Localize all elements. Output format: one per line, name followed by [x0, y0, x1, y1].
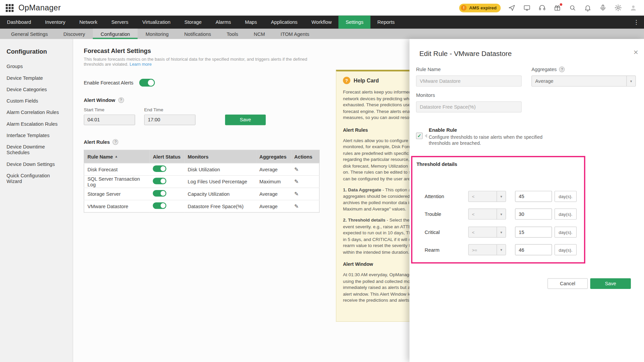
edit-icon[interactable]: ✎	[294, 203, 299, 209]
monitors-input[interactable]	[416, 101, 522, 112]
sidebar-item-interface-templates[interactable]: Interface Templates	[0, 130, 73, 141]
nav-item-virtualization[interactable]: Virtualization	[135, 16, 177, 29]
chevron-down-icon: ▾	[496, 245, 505, 255]
rule-status-toggle[interactable]	[153, 202, 166, 209]
nav-item-servers[interactable]: Servers	[104, 16, 135, 29]
enable-rule-checkbox[interactable]: ✓	[416, 133, 423, 139]
pointer-arrow-icon	[425, 134, 427, 138]
sidebar-item-alarm-escalation-rules[interactable]: Alarm Escalation Rules	[0, 118, 73, 130]
trouble-value-input[interactable]	[515, 208, 552, 220]
trouble-operator-dropdown[interactable]: < ▾	[468, 208, 506, 220]
launch-icon[interactable]	[507, 4, 516, 12]
sidebar-item-device-downtime-schedules[interactable]: Device Downtime Schedules	[0, 141, 73, 158]
subnav-notifications[interactable]: Notifications	[176, 29, 219, 39]
rule-name-cell: Storage Server	[84, 188, 149, 200]
subnav-general-settings[interactable]: General Settings	[3, 29, 56, 39]
sidebar-item-alarm-correlation-rules[interactable]: Alarm Correlation Rules	[0, 107, 73, 118]
rule-name-cell: VMware Datastore	[84, 200, 149, 213]
rearm-operator-dropdown[interactable]: >= ▾	[468, 244, 506, 255]
search-icon[interactable]	[569, 4, 577, 12]
alert-status-cell	[150, 200, 184, 213]
edit-icon[interactable]: ✎	[294, 166, 299, 172]
notifications-bell-icon[interactable]	[584, 4, 592, 12]
start-time-input[interactable]	[84, 115, 135, 125]
subnav-tools[interactable]: Tools	[219, 29, 246, 39]
sidebar-item-quick-configuration-wizard[interactable]: Quick Configuration Wizard	[0, 170, 73, 187]
enable-forecast-alerts-row: Enable Forecast Alerts	[84, 79, 320, 86]
aggregates-dropdown[interactable]: Average ▾	[531, 75, 636, 86]
rule-name-input[interactable]	[416, 75, 522, 86]
help-question-icon[interactable]: ?	[118, 97, 124, 103]
nav-item-settings[interactable]: Settings	[339, 16, 371, 29]
nav-item-alarms[interactable]: Alarms	[209, 16, 238, 29]
help-question-icon[interactable]: ?	[559, 66, 565, 72]
aggregate-cell: Average	[256, 188, 291, 200]
cancel-button[interactable]: Cancel	[547, 278, 588, 289]
table-row: Storage Server Capacity Utilization Aver…	[84, 188, 319, 200]
sidebar-item-device-template[interactable]: Device Template	[0, 72, 73, 84]
nav-item-dashboard[interactable]: Dashboard	[0, 16, 38, 29]
apps-grid-icon[interactable]	[6, 4, 13, 12]
rearm-value-input[interactable]	[515, 244, 552, 255]
help-question-icon[interactable]: ?	[113, 139, 118, 145]
nav-item-maps[interactable]: Maps	[238, 16, 264, 29]
rule-status-toggle[interactable]	[153, 190, 166, 197]
nav-item-applications[interactable]: Applications	[264, 16, 305, 29]
critical-operator-dropdown[interactable]: < ▾	[468, 227, 506, 238]
subnav-configuration[interactable]: Configuration	[93, 29, 138, 39]
subnav-discovery[interactable]: Discovery	[56, 29, 93, 39]
rule-status-toggle[interactable]	[153, 165, 166, 172]
rule-name-cell: Disk Forecast	[84, 163, 149, 176]
rule-status-toggle[interactable]	[153, 178, 166, 184]
attention-unit-label: day(s).	[554, 191, 577, 202]
alert-rules-table: Rule Name▲ Alert Status Monitors Aggrega…	[84, 150, 320, 213]
sidebar-item-custom-fields[interactable]: Custom Fields	[0, 95, 73, 107]
subnav-itom-agents[interactable]: ITOM Agents	[273, 29, 317, 39]
nav-item-reports[interactable]: Reports	[370, 16, 401, 29]
edit-icon[interactable]: ✎	[294, 191, 299, 197]
attention-operator-dropdown[interactable]: < ▾	[468, 191, 506, 202]
chevron-down-icon: ▾	[496, 191, 505, 202]
enable-forecast-alerts-toggle[interactable]	[139, 79, 155, 86]
ams-expired-badge[interactable]: ! AMS expired	[459, 3, 500, 12]
critical-value-input[interactable]	[515, 227, 552, 238]
threshold-details-title: Threshold details	[417, 161, 458, 167]
chevron-down-icon: ▾	[496, 227, 505, 237]
sidebar-item-groups[interactable]: Groups	[0, 61, 73, 72]
settings-gear-icon[interactable]	[614, 4, 622, 12]
nav-item-inventory[interactable]: Inventory	[38, 16, 72, 29]
aggregate-cell: Average	[256, 200, 291, 213]
edit-rule-panel-title: Edit Rule - VMware Datastore	[419, 50, 512, 58]
page-title: Forecast Alert Settings	[84, 47, 320, 54]
help-item-label: 1. Data Aggregate	[343, 187, 381, 192]
nav-item-storage[interactable]: Storage	[177, 16, 209, 29]
monitor-cell: Log Files Used Percentage	[184, 175, 256, 188]
actions-cell: ✎	[291, 200, 319, 213]
nav-item-network[interactable]: Network	[72, 16, 105, 29]
subnav-ncm[interactable]: NCM	[246, 29, 273, 39]
sidebar-item-device-down-settings[interactable]: Device Down Settings	[0, 159, 73, 170]
end-time-input[interactable]	[144, 115, 196, 125]
headset-icon[interactable]	[538, 4, 546, 12]
gift-icon[interactable]	[553, 4, 561, 12]
learn-more-link[interactable]: Learn more	[129, 62, 152, 67]
kebab-menu-icon[interactable]: ⋮	[633, 16, 639, 29]
attention-value-input[interactable]	[515, 191, 552, 202]
edit-icon[interactable]: ✎	[294, 179, 299, 185]
alert-window-save-button[interactable]: Save	[225, 115, 266, 125]
remote-screen-icon[interactable]	[523, 4, 531, 12]
voice-control-icon[interactable]	[599, 4, 607, 12]
table-row: VMware Datastore Datastore Free Space(%)…	[84, 200, 319, 213]
trouble-operator-value: <	[472, 212, 475, 217]
close-icon[interactable]: ×	[634, 48, 638, 56]
opmanager-app: OpManager ! AMS expired	[0, 0, 644, 362]
subnav-monitoring[interactable]: Monitoring	[138, 29, 176, 39]
aggregate-cell: Average	[256, 163, 291, 176]
save-button[interactable]: Save	[590, 278, 631, 289]
sidebar-item-device-categories[interactable]: Device Categories	[0, 84, 73, 95]
user-avatar[interactable]	[629, 4, 637, 12]
nav-item-workflow[interactable]: Workflow	[305, 16, 339, 29]
column-monitors: Monitors	[184, 150, 256, 163]
table-row: SQL Server Transaction Log Log Files Use…	[84, 175, 319, 188]
column-rule-name[interactable]: Rule Name▲	[84, 150, 149, 163]
